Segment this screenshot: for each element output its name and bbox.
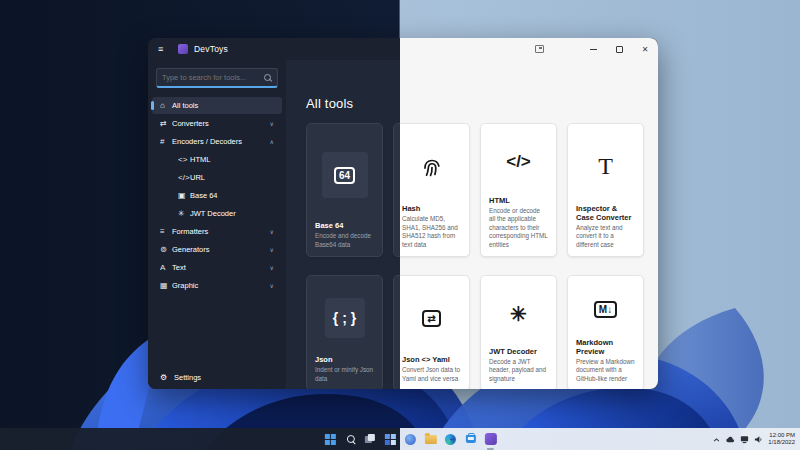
speaker-icon[interactable] [754,435,763,444]
tool-card-json-yaml[interactable]: ⇄ Json <> Yaml Convert Json data to Yaml… [393,275,470,389]
encoders-icon: # [160,137,172,146]
minimize-button[interactable] [580,38,606,60]
widgets-icon [385,434,396,445]
taskbar-search-button[interactable] [344,433,357,446]
taskbar: 12:00 PM 1/18/2022 [0,428,800,450]
sidebar-item-encoders-decoders[interactable]: # Encoders / Decoders ∧ [152,133,282,150]
formatters-icon: ≡ [160,227,172,236]
widgets-button[interactable] [384,433,397,446]
close-button[interactable]: ✕ [632,38,658,60]
sidebar-item-converters[interactable]: ⇄ Converters ∨ [152,115,282,132]
task-view-button[interactable] [364,433,377,446]
sidebar-item-all-tools[interactable]: ⌂ All tools [152,97,282,114]
sidebar-item-url[interactable]: </> URL [152,169,282,186]
tool-card-json[interactable]: { ; } Json Indent or minify Json data [306,275,383,389]
tool-card-base64[interactable]: 64 Base 64 Encode and decode Base64 data [306,123,383,257]
base64-tool-icon: ▣ [178,191,190,200]
task-view-icon [365,434,376,445]
sidebar-item-formatters[interactable]: ≡ Formatters ∨ [152,223,282,240]
chat-icon [405,434,416,445]
clock-date: 1/18/2022 [768,439,795,446]
tray-chevron-up-icon[interactable] [712,435,721,444]
window-title: DevToys [194,44,228,54]
search-icon [346,435,354,443]
chevron-down-icon[interactable]: ∨ [270,120,274,127]
home-icon: ⌂ [160,101,172,110]
tool-card-markdown[interactable]: M↓ Markdown Preview Preview a Markdown d… [567,275,644,389]
chevron-down-icon[interactable]: ∨ [270,264,274,271]
store-button[interactable] [464,433,477,446]
sidebar-item-graphic[interactable]: ▦ Graphic ∨ [152,277,282,294]
search-input[interactable] [162,73,264,82]
search-icon[interactable] [264,74,272,82]
html-tool-icon: <> [178,155,190,164]
sidebar-item-generators[interactable]: ⊚ Generators ∨ [152,241,282,258]
devtoys-app-icon [484,433,496,445]
search-box[interactable] [156,68,278,88]
gear-icon: ⚙ [160,373,174,382]
minimize-icon [590,49,597,50]
sidebar: ⌂ All tools ⇄ Converters ∨ # Encoders / … [148,60,286,389]
windows-logo-icon [325,434,336,445]
edge-button[interactable] [444,433,457,446]
maximize-button[interactable] [606,38,632,60]
maximize-icon [616,46,623,53]
chevron-up-icon[interactable]: ∧ [270,138,274,145]
onedrive-cloud-icon[interactable] [726,435,735,444]
fingerprint-icon [409,144,455,190]
convert-arrows-icon: ⇄ [412,298,452,338]
burst-icon: ✳ [499,294,539,334]
clock-time: 12:00 PM [768,432,795,439]
sidebar-item-settings[interactable]: ⚙ Settings [148,367,286,387]
chevron-down-icon[interactable]: ∨ [270,228,274,235]
tool-card-jwt[interactable]: ✳ JWT Decoder Decode a JWT header, paylo… [480,275,557,389]
sidebar-nav: ⌂ All tools ⇄ Converters ∨ # Encoders / … [148,94,286,367]
sidebar-item-jwt-decoder[interactable]: ✳ JWT Decoder [152,205,282,222]
sidebar-item-html[interactable]: <> HTML [152,151,282,168]
tool-card-hash[interactable]: Hash Calculate MD5, SHA1, SHA256 and SHA… [393,123,470,257]
chat-button[interactable] [404,433,417,446]
url-tool-icon: </> [178,173,190,182]
code-brackets-icon: </> [496,139,542,185]
devtoys-taskbar-button[interactable] [484,433,497,446]
json-braces-icon: { ; } [325,298,365,338]
devtoys-window: ≡ DevToys ✕ ⌂ [148,38,658,389]
file-explorer-button[interactable] [424,433,437,446]
start-button[interactable] [324,433,337,446]
chevron-down-icon[interactable]: ∨ [270,246,274,253]
converters-icon: ⇄ [160,119,172,128]
tool-card-inspector[interactable]: T Inspector & Case Converter Analyze tex… [567,123,644,257]
base64-icon: 64 [322,152,368,198]
folder-icon [424,435,436,444]
devtoys-logo-icon [178,44,188,54]
markdown-icon: M↓ [586,289,626,329]
hamburger-menu-icon[interactable]: ≡ [158,38,170,60]
sidebar-item-base64[interactable]: ▣ Base 64 [152,187,282,204]
generators-icon: ⊚ [160,245,172,254]
edge-icon [445,434,456,445]
jwt-tool-icon: ✳ [178,209,190,218]
graphic-tools-icon: ▦ [160,281,172,290]
store-icon [465,435,475,443]
text-tools-icon: A [160,263,172,272]
compact-overlay-icon[interactable] [535,45,544,53]
desktop: ≡ DevToys ✕ ⌂ [0,0,800,450]
network-icon[interactable] [740,435,749,444]
letter-t-icon: T [583,143,629,189]
chevron-down-icon[interactable]: ∨ [270,282,274,289]
taskbar-clock[interactable]: 12:00 PM 1/18/2022 [768,432,795,446]
tool-card-html[interactable]: </> HTML Encode or decode all the applic… [480,123,557,257]
sidebar-item-text[interactable]: A Text ∨ [152,259,282,276]
